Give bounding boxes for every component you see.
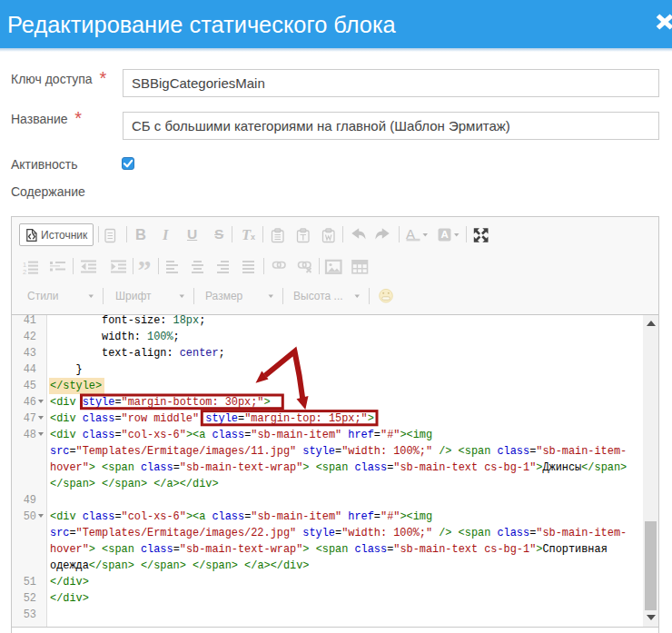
svg-text:2: 2	[23, 268, 26, 276]
svg-text:A: A	[440, 229, 448, 240]
svg-text:”: ”	[138, 254, 152, 284]
